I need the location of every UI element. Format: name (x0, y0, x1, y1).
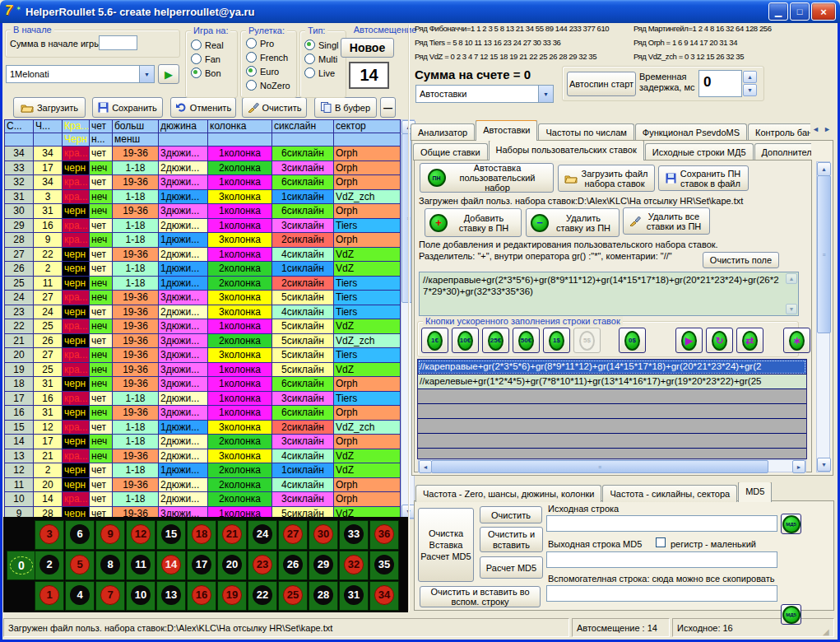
roulette-cell[interactable]: 36 (369, 520, 399, 550)
md5-clear-paste-aux-button[interactable]: Очистить и вставить во вспом. строку (420, 586, 541, 607)
roulette-cell[interactable]: 24 (248, 520, 277, 550)
radio-option-singl[interactable]: Singl (304, 38, 346, 52)
roulette-cell[interactable]: 7 (95, 581, 125, 611)
remove-all-bets-button[interactable]: Удалить все ставки из ПН (623, 207, 710, 235)
scroll-right-icon[interactable]: ► (792, 460, 805, 473)
table-row[interactable]: 2027кра...неч19-363дюжи...3колонка5сикла… (5, 348, 401, 363)
sub-tab[interactable]: Общие ставки (413, 143, 488, 160)
quick-bet-button[interactable]: 0$ (619, 328, 646, 353)
chevron-down-icon[interactable]: ▼ (139, 66, 154, 82)
roulette-cell[interactable]: 13 (156, 581, 186, 611)
copy-to-clipboard-button[interactable]: В буфер (314, 97, 377, 118)
roulette-cell[interactable]: 4 (65, 581, 95, 611)
md5-source-input[interactable] (546, 515, 777, 532)
quick-bet-button[interactable]: ▶ (675, 328, 703, 353)
table-row[interactable]: 1417черннеч1-182дюжи...2колонка3сиклайнO… (5, 435, 401, 449)
bet-list-empty-row[interactable] (418, 434, 806, 449)
quick-bet-button[interactable]: 50€ (513, 328, 540, 353)
radio-option-euro[interactable]: Euro (246, 64, 296, 78)
roulette-cell[interactable]: 22 (248, 581, 277, 611)
md5-aux-input[interactable] (546, 585, 777, 602)
roulette-cell[interactable]: 1 (35, 581, 64, 611)
md5-all-button[interactable]: ОчисткаВставкаРасчет MD5 (418, 508, 474, 582)
column-header[interactable]: колонка (208, 120, 272, 133)
new-number-button[interactable]: Новое (341, 38, 394, 58)
roulette-cell[interactable]: 14 (156, 551, 186, 580)
roulette-cell[interactable]: 23 (248, 551, 277, 580)
load-button[interactable]: Загрузить (13, 97, 86, 118)
table-row[interactable]: 3434кра...чет19-363дюжи...1колонка6сикла… (5, 147, 401, 161)
bet-list-hthumb[interactable]: ≡ (431, 460, 768, 473)
delay-up-icon[interactable]: ▲ (743, 71, 757, 83)
run-strategy-button[interactable]: ▶ (158, 64, 179, 84)
add-bet-button[interactable]: + Добавить ставку в ПН (425, 208, 522, 237)
table-row[interactable]: 122чернчет1-181дюжи...2колонка1сиклайнVd… (5, 463, 401, 478)
roulette-cell[interactable]: 30 (309, 520, 338, 550)
radio-option-nozero[interactable]: NoZero (246, 78, 296, 92)
sub-tab[interactable]: Дополнитель (754, 143, 812, 160)
roulette-cell[interactable]: 3 (35, 520, 64, 550)
column-header[interactable] (34, 133, 63, 147)
main-tab[interactable]: Частоты по числам (538, 123, 633, 141)
sub-tab[interactable]: Наборы пользовательских ставок (489, 141, 644, 160)
table-row[interactable]: 3031черннеч19-363дюжи...1колонка6сиклайн… (5, 204, 401, 219)
roulette-cell[interactable]: 28 (309, 581, 338, 611)
roulette-cell[interactable]: 32 (339, 551, 369, 580)
column-header[interactable]: Ч... (34, 120, 63, 133)
radio-option-french[interactable]: French (246, 50, 296, 64)
bet-list-row[interactable]: //карелевые+gr(1*2*4*5)+gr(7*8*10*11)+gr… (418, 374, 806, 389)
sub-tab[interactable]: Исходные строки МД5 (645, 143, 754, 160)
strategy-select[interactable]: 1Melonati ▼ (6, 65, 155, 83)
column-header[interactable]: сикслайн (272, 120, 334, 133)
roulette-cell[interactable]: 20 (217, 551, 247, 580)
bet-list-empty-row[interactable] (418, 389, 806, 404)
panel-scrollbar-thumb[interactable]: ≡ (817, 175, 831, 333)
column-header[interactable]: больш (113, 120, 159, 133)
column-header[interactable] (208, 133, 272, 147)
table-row[interactable]: 1925кра...неч19-363дюжи...1колонка5сикла… (5, 363, 401, 378)
md5-calc-aux-button[interactable]: МД5 (781, 604, 801, 625)
table-row[interactable]: 2722чернчет19-362дюжи...1колонка4сиклайн… (5, 248, 401, 263)
quick-bet-button[interactable]: ∗ (783, 328, 810, 353)
roulette-cell[interactable]: 16 (187, 581, 216, 611)
roulette-cell[interactable]: 5 (65, 551, 95, 580)
bet-list-row[interactable]: //кареправые+gr(2*3*5*6)+gr(8*9*11*12)+g… (418, 360, 806, 374)
quick-bet-button[interactable]: ↻ (706, 328, 733, 353)
lowercase-checkbox[interactable] (656, 537, 666, 547)
roulette-cell[interactable]: 9 (95, 520, 125, 550)
roulette-cell[interactable]: 10 (126, 581, 155, 611)
table-row[interactable]: 2916кра...чет1-182дюжи...1колонка3сиклай… (5, 219, 401, 234)
collapse-button[interactable]: — (380, 97, 396, 118)
column-header[interactable] (5, 133, 34, 147)
table-row[interactable]: 289кра...неч1-181дюжи...3колонка2сиклайн… (5, 233, 401, 248)
roulette-cell[interactable]: 29 (309, 551, 338, 580)
roulette-cell[interactable]: 21 (217, 520, 247, 550)
roulette-cell[interactable]: 34 (369, 581, 399, 611)
bet-editor[interactable]: //кареправые+gr(2*3*5*6)+gr(8*9*11*12)+g… (419, 272, 799, 316)
roulette-cell[interactable]: 2 (35, 551, 64, 580)
bet-list[interactable]: //кареправые+gr(2*3*5*6)+gr(8*9*11*12)+g… (417, 359, 807, 459)
clear-button[interactable]: Очистить (242, 97, 307, 118)
mode-select[interactable]: Автоставки ▼ (415, 85, 554, 103)
maximize-button[interactable]: □ (790, 2, 810, 21)
tabs-scroll-left-icon[interactable]: ◄ (812, 125, 819, 133)
roulette-cell[interactable]: 17 (187, 551, 216, 580)
main-tab[interactable]: Автоставки (476, 120, 537, 141)
remove-bet-button[interactable]: − Удалить ставку из ПН (526, 208, 620, 237)
radio-option-real[interactable]: Real (191, 38, 237, 52)
column-header[interactable]: чет (90, 120, 113, 133)
quick-bet-button[interactable]: 1€ (421, 328, 448, 353)
bottom-tab[interactable]: Частота - Zero, шансы, дюжины, колонки (415, 485, 601, 502)
roulette-cell[interactable]: 18 (187, 520, 216, 550)
bet-list-empty-row[interactable] (418, 449, 806, 459)
md5-calc-button[interactable]: Расчет MD5 (480, 556, 543, 579)
column-header[interactable]: С... (5, 120, 34, 133)
table-row[interactable]: 3234кра...чет19-363дюжи...1колонка6сикла… (5, 175, 401, 190)
bet-list-empty-row[interactable] (418, 419, 806, 434)
roulette-cell[interactable]: 27 (278, 520, 308, 550)
table-row[interactable]: 313кра...неч1-181дюжи...3колонка1сиклайн… (5, 190, 401, 205)
tabs-scroll-right-icon[interactable]: ► (824, 125, 831, 133)
delay-input[interactable]: 0 (698, 70, 742, 97)
chevron-down-icon[interactable]: ▼ (538, 86, 553, 102)
roulette-cell[interactable]: 8 (95, 551, 125, 580)
